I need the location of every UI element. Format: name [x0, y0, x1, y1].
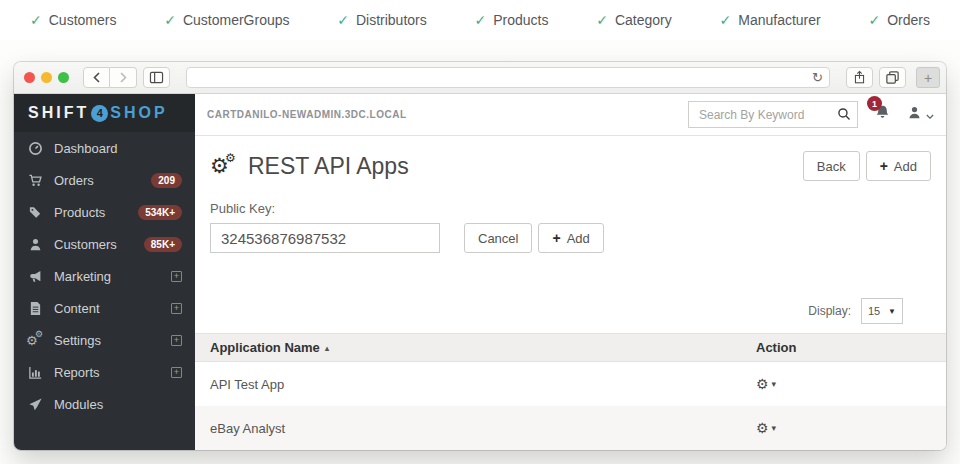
- task-item-label: Customers: [49, 12, 117, 28]
- address-bar[interactable]: ↻: [186, 67, 830, 88]
- table-row: eBay Analyst ⚙ ▾: [195, 406, 946, 450]
- forward-nav-icon[interactable]: [110, 67, 137, 88]
- close-window-button[interactable]: [24, 72, 35, 83]
- task-item-label: CustomerGroups: [183, 12, 290, 28]
- task-item-products: ✓ Products: [474, 12, 548, 28]
- action-cell: ⚙ ▾: [756, 421, 946, 436]
- public-key-input[interactable]: [210, 223, 440, 253]
- document-icon: [27, 301, 44, 316]
- caret-down-icon: ▾: [772, 423, 777, 433]
- sidebar-item-label: Content: [54, 301, 100, 316]
- page-title-row: ⚙ ⚙ REST API Apps Back + Add: [195, 136, 946, 195]
- new-tab-button[interactable]: +: [916, 67, 940, 88]
- expand-icon[interactable]: +: [171, 335, 182, 346]
- shift4shop-logo: SHIFT 4 SHOP: [14, 94, 195, 132]
- plus-icon: +: [880, 158, 888, 174]
- rocket-icon: [27, 397, 44, 412]
- back-button[interactable]: Back: [803, 151, 860, 181]
- column-application-name[interactable]: Application Name ▴: [195, 340, 756, 355]
- share-icon[interactable]: [846, 67, 873, 88]
- sidebar-item-label: Orders: [54, 173, 94, 188]
- user-icon: [907, 105, 922, 124]
- notification-count-badge: 1: [867, 96, 882, 111]
- app-name-cell: API Test App: [195, 377, 756, 392]
- title-actions: Back + Add: [803, 151, 931, 181]
- task-item-label: Distributors: [356, 12, 427, 28]
- chevron-down-icon: [926, 106, 934, 124]
- check-icon: ✓: [596, 12, 608, 28]
- check-icon: ✓: [337, 12, 349, 28]
- selected-value: 15: [868, 305, 880, 317]
- row-action-menu[interactable]: ⚙ ▾: [756, 421, 776, 435]
- sidebar-item-reports[interactable]: Reports +: [14, 356, 195, 388]
- sidebar-item-dashboard[interactable]: Dashboard: [14, 132, 195, 164]
- public-key-section: Public Key: Cancel + Add: [195, 195, 946, 253]
- expand-icon[interactable]: +: [171, 367, 182, 378]
- task-status-bar: ✓ Customers ✓ CustomerGroups ✓ Distribut…: [0, 0, 960, 40]
- row-action-menu[interactable]: ⚙ ▾: [756, 377, 776, 391]
- sidebar-item-orders[interactable]: Orders 209: [14, 164, 195, 196]
- task-item-label: Products: [493, 12, 548, 28]
- tab-overview-icon[interactable]: [879, 67, 906, 88]
- zoom-window-button[interactable]: [58, 72, 69, 83]
- cart-icon: [27, 173, 44, 188]
- sort-asc-icon: ▴: [325, 343, 330, 353]
- column-action: Action: [756, 340, 946, 355]
- display-count-select[interactable]: 15 ▼: [861, 298, 903, 324]
- customers-count-badge: 85K+: [144, 237, 182, 252]
- search-input[interactable]: [688, 101, 858, 128]
- confirm-add-button[interactable]: + Add: [538, 223, 603, 253]
- admin-header: CARTDANILO-NEWADMIN.3DC.LOCAL 1: [195, 94, 946, 136]
- nav-buttons: [83, 67, 137, 88]
- public-key-label: Public Key:: [210, 201, 931, 216]
- check-icon: ✓: [164, 12, 176, 28]
- sidebar-item-label: Marketing: [54, 269, 111, 284]
- header-actions: 1: [688, 101, 934, 128]
- screenshot-root: { "icons": { "check": "✓", "plus": "+", …: [0, 0, 960, 464]
- app-name-cell: eBay Analyst: [195, 421, 756, 436]
- reload-icon[interactable]: ↻: [812, 69, 823, 87]
- sidebar-item-settings[interactable]: ⚙ ⚙ Settings +: [14, 324, 195, 356]
- action-cell: ⚙ ▾: [756, 377, 946, 392]
- main-content: CARTDANILO-NEWADMIN.3DC.LOCAL 1: [195, 94, 946, 450]
- task-item-distributors: ✓ Distributors: [337, 12, 427, 28]
- check-icon: ✓: [474, 12, 486, 28]
- window-controls: [24, 72, 69, 83]
- sidebar-item-products[interactable]: Products 534K+: [14, 196, 195, 228]
- breadcrumb: CARTDANILO-NEWADMIN.3DC.LOCAL: [207, 109, 407, 120]
- admin-sidebar: SHIFT 4 SHOP Dashboard Orders 209: [14, 94, 195, 450]
- task-item-orders: ✓ Orders: [868, 12, 930, 28]
- sidebar-item-label: Customers: [54, 237, 117, 252]
- page-title: REST API Apps: [248, 153, 409, 180]
- gear-icon: ⚙: [756, 377, 769, 391]
- gears-icon: ⚙ ⚙: [27, 332, 44, 348]
- admin-app: SHIFT 4 SHOP Dashboard Orders 209: [14, 94, 946, 450]
- task-item-customergroups: ✓ CustomerGroups: [164, 12, 289, 28]
- sidebar-item-modules[interactable]: Modules: [14, 388, 195, 420]
- sidebar-toggle-icon[interactable]: [143, 67, 170, 88]
- cogs-icon: ⚙ ⚙: [210, 153, 238, 179]
- task-item-label: Category: [615, 12, 672, 28]
- cancel-button[interactable]: Cancel: [464, 223, 532, 253]
- caret-down-icon: ▾: [772, 379, 777, 389]
- table-header: Application Name ▴ Action: [195, 333, 946, 362]
- dashboard-icon: [27, 141, 44, 156]
- account-menu-button[interactable]: [907, 105, 934, 124]
- expand-icon[interactable]: +: [171, 271, 182, 282]
- expand-icon[interactable]: +: [171, 303, 182, 314]
- search-icon[interactable]: [837, 107, 851, 125]
- minimize-window-button[interactable]: [41, 72, 52, 83]
- task-item-label: Manufacturer: [738, 12, 820, 28]
- tag-icon: [27, 205, 44, 220]
- logo-text-shop: SHOP: [110, 104, 167, 122]
- back-nav-icon[interactable]: [83, 67, 110, 88]
- add-button[interactable]: + Add: [866, 151, 931, 181]
- sidebar-item-marketing[interactable]: Marketing +: [14, 260, 195, 292]
- sidebar-item-content[interactable]: Content +: [14, 292, 195, 324]
- sidebar-item-customers[interactable]: Customers 85K+: [14, 228, 195, 260]
- browser-window: ↻ + SHIFT 4 SHOP Dashboard: [14, 62, 946, 450]
- notifications-button[interactable]: 1: [874, 104, 891, 125]
- logo-text-shift: SHIFT: [28, 104, 89, 122]
- sidebar-item-label: Modules: [54, 397, 103, 412]
- gear-icon: ⚙: [756, 421, 769, 435]
